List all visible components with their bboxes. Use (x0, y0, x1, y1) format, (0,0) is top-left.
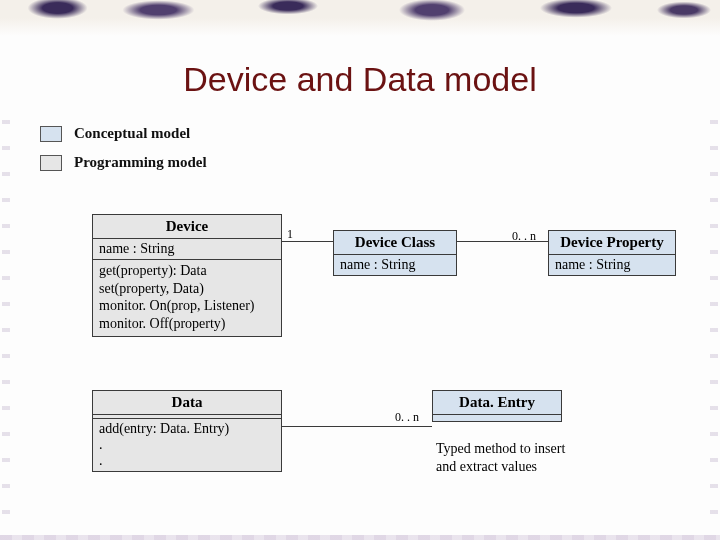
device-attr-name: name : String (99, 241, 275, 257)
uml-class-device-class-attrs: name : String (334, 255, 456, 275)
uml-class-data: Data add(entry: Data. Entry) . . (92, 390, 282, 472)
legend-conceptual: Conceptual model (40, 125, 207, 142)
slide-title: Device and Data model (0, 60, 720, 99)
uml-class-device-property-title: Device Property (549, 231, 675, 255)
uml-class-device-title: Device (93, 215, 281, 239)
uml-class-data-ops: add(entry: Data. Entry) . . (93, 419, 281, 471)
device-op-monitor-off: monitor. Off(property) (99, 315, 275, 333)
multiplicity-one: 1 (287, 227, 293, 242)
data-op-add: add(entry: Data. Entry) (99, 421, 275, 437)
uml-diagram: Device name : String get(property): Data… (0, 200, 720, 540)
uml-class-device-attrs: name : String (93, 239, 281, 260)
legend-programming-label: Programming model (74, 154, 207, 171)
device-property-attr-name: name : String (555, 257, 669, 273)
slide-top-decoration (0, 0, 720, 48)
data-op-dot1: . (99, 437, 275, 453)
assoc-data-dataentry (282, 426, 432, 427)
uml-class-data-entry-title: Data. Entry (433, 391, 561, 415)
uml-class-data-entry: Data. Entry (432, 390, 562, 422)
multiplicity-zero-n-dataentry: 0. . n (395, 410, 419, 425)
slide-bottom-decoration (0, 535, 720, 540)
note-dataentry-typed: Typed method to insert and extract value… (436, 440, 586, 475)
uml-class-device-property: Device Property name : String (548, 230, 676, 276)
device-class-attr-name: name : String (340, 257, 450, 273)
legend-conceptual-label: Conceptual model (74, 125, 190, 142)
device-op-get: get(property): Data (99, 262, 275, 280)
uml-class-device-class-title: Device Class (334, 231, 456, 255)
uml-class-device-class: Device Class name : String (333, 230, 457, 276)
legend-swatch-conceptual (40, 126, 62, 142)
uml-class-device-ops: get(property): Data set(property, Data) … (93, 260, 281, 336)
uml-class-data-title: Data (93, 391, 281, 415)
legend-swatch-programming (40, 155, 62, 171)
legend-programming: Programming model (40, 154, 207, 171)
uml-class-device-property-attrs: name : String (549, 255, 675, 275)
data-op-dot2: . (99, 453, 275, 469)
uml-class-device: Device name : String get(property): Data… (92, 214, 282, 337)
uml-class-data-entry-body (433, 415, 561, 421)
multiplicity-zero-n-deviceproperty: 0. . n (512, 229, 536, 244)
legend: Conceptual model Programming model (40, 125, 207, 183)
device-op-set: set(property, Data) (99, 280, 275, 298)
device-op-monitor-on: monitor. On(prop, Listener) (99, 297, 275, 315)
